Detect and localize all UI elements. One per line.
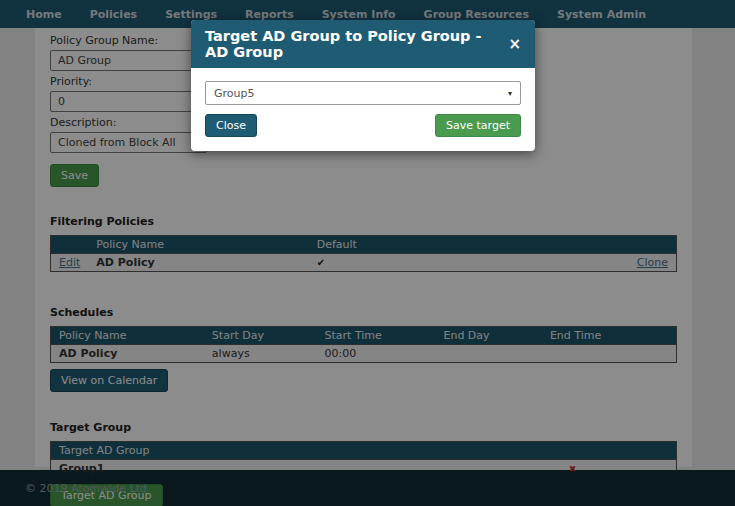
modal-title: Target AD Group to Policy Group - AD Gro… bbox=[205, 28, 508, 60]
modal-header: Target AD Group to Policy Group - AD Gro… bbox=[191, 20, 535, 68]
close-icon[interactable]: × bbox=[508, 37, 521, 52]
ad-group-select[interactable]: Group5 ▾ bbox=[205, 81, 521, 105]
modal-actions: Close Save target bbox=[205, 114, 521, 137]
modal-body: Group5 ▾ Close Save target bbox=[191, 68, 535, 151]
close-button[interactable]: Close bbox=[205, 114, 257, 137]
chevron-down-icon: ▾ bbox=[508, 89, 512, 98]
ad-group-select-value: Group5 bbox=[214, 87, 255, 100]
target-ad-group-modal: Target AD Group to Policy Group - AD Gro… bbox=[191, 20, 535, 151]
save-target-button[interactable]: Save target bbox=[435, 114, 521, 137]
